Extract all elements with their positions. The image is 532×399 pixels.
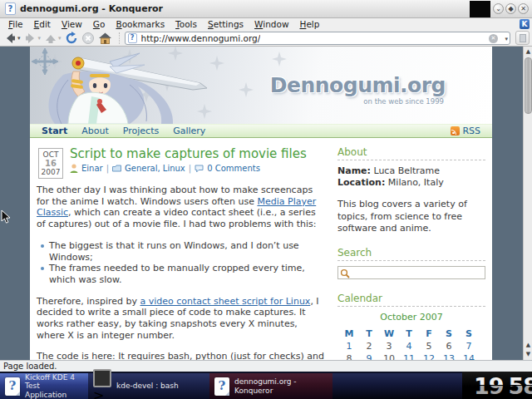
toolbar-separator: [119, 32, 120, 44]
taskbar-task-2[interactable]: >_kde-devel : bash: [88, 373, 209, 399]
calendar-head-row: MTWTFSS: [339, 328, 479, 340]
forward-button[interactable]: ▾: [24, 31, 42, 46]
menu-window[interactable]: Window: [254, 19, 288, 29]
clear-url-icon[interactable]: ✕: [489, 34, 498, 43]
scrollbar-thumb[interactable]: [525, 57, 532, 114]
contact-sheet-script-link[interactable]: a video contact sheet script for Linux: [140, 296, 310, 307]
nav-link-start[interactable]: Start: [42, 126, 67, 136]
taskbar-task-3[interactable]: ?dennogumi.org - Konqueror: [209, 373, 332, 399]
calendar-table: MTWTFSS 12345678910111213141516171819202…: [339, 328, 479, 361]
stop-button[interactable]: [81, 31, 95, 46]
calendar-day-7[interactable]: 7: [459, 340, 479, 352]
paragraph-1: The other day I was thinking about how t…: [37, 185, 326, 230]
browser-viewport: Dennogumi.org on the web since 1999 Star…: [0, 47, 532, 360]
calendar-day-13[interactable]: 13: [439, 352, 459, 361]
menu-edit[interactable]: Edit: [34, 19, 51, 29]
search-heading: Search: [337, 247, 485, 261]
search-input[interactable]: [352, 267, 480, 278]
sidebar: About Name: Luca Beltrame Location: Mila…: [337, 146, 485, 360]
calendar-day-10: 10: [379, 352, 399, 361]
url-text[interactable]: http://www.dennogumi.org/: [141, 33, 261, 43]
calendar-day-9[interactable]: 9: [359, 352, 379, 361]
calendar-day-header: M: [339, 328, 359, 340]
comments-link[interactable]: 0 Comments: [207, 164, 260, 173]
close-button[interactable]: ✕: [518, 3, 529, 14]
nav-link-projects[interactable]: Projects: [123, 126, 159, 136]
calendar-day-14[interactable]: 14: [459, 352, 479, 361]
vertical-scrollbar[interactable]: ▲ ▲ ▼: [523, 47, 532, 360]
calendar-day-2: 2: [359, 340, 379, 352]
up-arrow-icon: [44, 32, 57, 45]
menu-file[interactable]: File: [8, 19, 23, 29]
task-title: Kickoff KDE 4 Test: [25, 373, 83, 391]
terminal-icon: >_: [93, 369, 111, 399]
calendar-day-header: S: [439, 328, 459, 340]
bullet-item: The biggest is that it runs on Windows, …: [40, 240, 326, 263]
calendar-day-4[interactable]: 4: [399, 340, 419, 352]
calendar-day-header: T: [359, 328, 379, 340]
bullet-list: The biggest is that it runs on Windows, …: [40, 240, 326, 286]
document-icon: [520, 34, 526, 42]
menu-view[interactable]: View: [62, 19, 82, 29]
bullet-item: The frames needed to be manually cropped…: [40, 263, 326, 285]
url-dropdown-caret[interactable]: ▾: [505, 36, 508, 42]
maximize-button[interactable]: ◆: [505, 3, 516, 14]
author-icon: [70, 164, 78, 173]
taskbar-task-1[interactable]: ?Kickoff KDE 4 TestApplication: [0, 373, 88, 399]
back-button[interactable]: ▾: [3, 31, 21, 46]
forward-dropdown-caret[interactable]: ▾: [38, 35, 42, 42]
nav-link-about[interactable]: About: [81, 126, 109, 136]
calendar-day-1[interactable]: 1: [339, 340, 359, 352]
minimize-button[interactable]: ⌄: [493, 3, 504, 14]
page-favicon: ?: [128, 33, 137, 43]
calendar-day-3: 3: [379, 340, 399, 352]
menu-help[interactable]: Help: [299, 19, 319, 29]
desktop-screen: ? dennogumi.org - Konqueror ⌄ ◆ ✕ FileEd…: [0, 0, 532, 399]
statusbar: Page loaded.: [0, 360, 532, 372]
about-description: This blog covers a variety of topics, fr…: [337, 199, 485, 235]
paragraph-2: Therefore, inspired by a video contact s…: [37, 296, 326, 342]
date-month: OCT: [39, 150, 62, 159]
nav-link-gallery[interactable]: Gallery: [173, 126, 205, 136]
menu-bookmarks[interactable]: Bookmarks: [116, 19, 165, 29]
author-link[interactable]: Einar: [81, 164, 103, 173]
question-document-icon: ?: [214, 377, 229, 396]
calendar-day-6: 6: [439, 340, 459, 352]
menu-settings[interactable]: Settings: [208, 19, 244, 29]
article-title[interactable]: Script to make captures of movie files: [37, 146, 326, 161]
webpage: Dennogumi.org on the web since 1999 Star…: [30, 47, 492, 360]
calendar-day-header: W: [379, 328, 399, 340]
paragraph-3: The code is here: It requires bash, pyth…: [37, 351, 326, 360]
up-button[interactable]: ▾: [44, 31, 62, 46]
menubar-items: FileEditViewGoBookmarksToolsSettingsWind…: [8, 19, 319, 29]
window-titlebar[interactable]: ? dennogumi.org - Konqueror ⌄ ◆ ✕: [0, 0, 532, 18]
menu-tools[interactable]: Tools: [175, 19, 197, 29]
reload-button[interactable]: [65, 31, 78, 46]
mouse-cursor: [1, 209, 11, 224]
category-links[interactable]: General, Linux: [125, 164, 185, 173]
comments-icon: [195, 165, 204, 173]
scroll-down-icon[interactable]: ▼: [524, 350, 532, 359]
calendar-heading: Calendar: [337, 293, 485, 307]
back-dropdown-caret[interactable]: ▾: [17, 35, 21, 42]
rss-link[interactable]: RSS: [451, 126, 480, 136]
home-button[interactable]: [98, 31, 112, 46]
up-dropdown-caret[interactable]: ▾: [58, 35, 62, 42]
panel-clock[interactable]: 1958 1958: [474, 374, 532, 397]
scroll-up-icon[interactable]: ▲: [524, 47, 532, 57]
calendar-week-row: 891011121314: [339, 352, 479, 361]
calendar-day-11[interactable]: 11: [399, 352, 419, 361]
toolbar-extra-button[interactable]: [515, 31, 530, 45]
about-location: Location: Milano, Italy: [337, 177, 485, 189]
calendar-day-12[interactable]: 12: [419, 352, 439, 361]
scroll-up-icon-bottom[interactable]: ▲: [524, 341, 532, 350]
site-navbar: StartAboutProjectsGallery RSS: [30, 124, 492, 138]
article-column: OCT 16 2007 Script to make captures of m…: [37, 146, 326, 360]
location-bar[interactable]: ? http://www.dennogumi.org/ ✕ ▾: [125, 32, 510, 45]
calendar-day-header: F: [419, 328, 439, 340]
kde-logo-icon[interactable]: K: [520, 19, 530, 29]
rss-label: RSS: [462, 126, 480, 136]
menu-go[interactable]: Go: [93, 19, 106, 29]
calendar-day-header: T: [399, 328, 419, 340]
compass-icon: [30, 47, 60, 76]
